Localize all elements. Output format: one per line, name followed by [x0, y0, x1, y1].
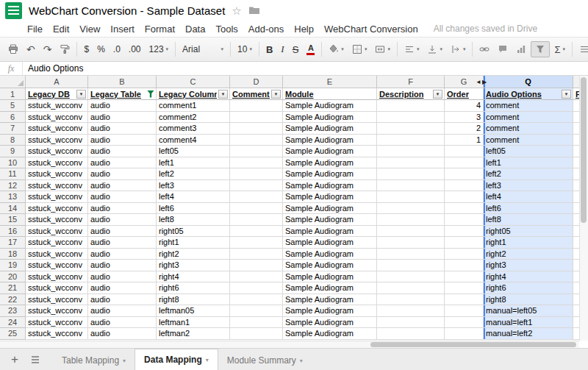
- row-header-1[interactable]: 1: [0, 88, 26, 100]
- cell-E9[interactable]: Sample Audiogram: [283, 146, 377, 157]
- cell-B14[interactable]: audio: [88, 203, 157, 215]
- cell-Q25[interactable]: manual=left2: [484, 328, 573, 340]
- cell-D5[interactable]: [230, 100, 283, 112]
- cell-C21[interactable]: right6: [157, 282, 230, 294]
- cell-A16[interactable]: sstuck_wcconv: [26, 226, 88, 238]
- cell-C25[interactable]: leftman2: [157, 328, 230, 340]
- vertical-scrollbar-thumb[interactable]: [581, 77, 587, 223]
- cell-A18[interactable]: sstuck_wcconv: [26, 249, 88, 260]
- cell-B19[interactable]: audio: [88, 260, 157, 271]
- cell-G10[interactable]: [445, 157, 484, 169]
- cell-C23[interactable]: leftman05: [157, 305, 230, 317]
- column-header-D[interactable]: D: [230, 76, 283, 88]
- decrease-decimal-button[interactable]: .0: [110, 41, 124, 57]
- cell-C19[interactable]: right3: [157, 260, 230, 271]
- cell-E25[interactable]: Sample Audiogram: [283, 328, 377, 340]
- cell-D10[interactable]: [230, 157, 283, 169]
- cell-B18[interactable]: audio: [88, 249, 157, 260]
- cell-Q12[interactable]: left3: [484, 180, 573, 192]
- cell-D15[interactable]: [230, 214, 283, 226]
- cell-F12[interactable]: [377, 180, 445, 192]
- cell-A17[interactable]: sstuck_wcconv: [26, 237, 88, 249]
- cell-Q23[interactable]: manual=left05: [484, 305, 573, 317]
- row-header-17[interactable]: 17: [0, 237, 26, 249]
- cell-G9[interactable]: [445, 146, 484, 157]
- cell-F10[interactable]: [377, 157, 445, 169]
- cell-Q6[interactable]: comment: [484, 112, 573, 124]
- cell-F15[interactable]: [377, 214, 445, 226]
- cell-A15[interactable]: sstuck_wcconv: [26, 214, 88, 226]
- bold-button[interactable]: B: [262, 41, 276, 57]
- cell-E12[interactable]: Sample Audiogram: [283, 180, 377, 192]
- text-color-button[interactable]: A: [303, 41, 318, 57]
- menu-file[interactable]: File: [22, 24, 48, 35]
- cell-F21[interactable]: [377, 282, 445, 294]
- view-options-button[interactable]: ▾: [576, 41, 588, 57]
- cell-B20[interactable]: audio: [88, 271, 157, 283]
- cell-D22[interactable]: [230, 294, 283, 306]
- cell-A20[interactable]: sstuck_wcconv: [26, 271, 88, 283]
- all-sheets-button[interactable]: [26, 352, 44, 368]
- tab-data-mapping[interactable]: Data Mapping▾: [135, 349, 218, 370]
- row-header-23[interactable]: 23: [0, 305, 26, 317]
- field-header-cell-F[interactable]: Description▼: [377, 88, 445, 100]
- cell-Q21[interactable]: right6: [484, 282, 573, 294]
- cell-B25[interactable]: audio: [88, 328, 157, 340]
- row-header-12[interactable]: 12: [0, 180, 26, 192]
- cell-C6[interactable]: comment2: [157, 112, 230, 124]
- row-header-25[interactable]: 25: [0, 328, 26, 340]
- menu-format[interactable]: Format: [140, 24, 180, 35]
- cell-A7[interactable]: sstuck_wcconv: [26, 123, 88, 135]
- menu-webchart-conversion[interactable]: WebChart Conversion: [319, 24, 423, 35]
- field-header-cell-B[interactable]: Legacy Table: [88, 88, 157, 100]
- cell-E15[interactable]: Sample Audiogram: [283, 214, 377, 226]
- cell-F16[interactable]: [377, 226, 445, 238]
- cell-E16[interactable]: Sample Audiogram: [283, 226, 377, 238]
- menu-view[interactable]: View: [74, 24, 105, 35]
- cell-D13[interactable]: [230, 191, 283, 203]
- cell-D23[interactable]: [230, 305, 283, 317]
- cell-C8[interactable]: comment4: [157, 135, 230, 146]
- cell-A6[interactable]: sstuck_wcconv: [26, 112, 88, 124]
- cell-F7[interactable]: [377, 123, 445, 135]
- cell-A23[interactable]: sstuck_wcconv: [26, 305, 88, 317]
- vertical-align-button[interactable]: ▾: [423, 41, 446, 57]
- cell-G13[interactable]: [445, 191, 484, 203]
- cell-G20[interactable]: [445, 271, 484, 283]
- cell-A12[interactable]: sstuck_wcconv: [26, 180, 88, 192]
- vertical-scrollbar[interactable]: [579, 76, 588, 341]
- cell-C9[interactable]: left05: [157, 146, 230, 157]
- cell-C15[interactable]: left8: [157, 214, 230, 226]
- text-wrap-button[interactable]: ▾: [447, 41, 470, 57]
- active-filter-icon[interactable]: [147, 90, 154, 98]
- fill-color-button[interactable]: ▾: [325, 41, 348, 57]
- cell-F18[interactable]: [377, 249, 445, 260]
- cell-A10[interactable]: sstuck_wcconv: [26, 157, 88, 169]
- cell-Q14[interactable]: left6: [484, 203, 573, 215]
- column-header-E[interactable]: E: [283, 76, 377, 88]
- filter-dropdown-button[interactable]: ▼: [218, 90, 228, 99]
- cell-E6[interactable]: Sample Audiogram: [283, 112, 377, 124]
- row-header-7[interactable]: 7: [0, 123, 26, 135]
- cell-A13[interactable]: sstuck_wcconv: [26, 191, 88, 203]
- cell-Q13[interactable]: left4: [484, 191, 573, 203]
- merge-cells-button[interactable]: ▾: [371, 41, 394, 57]
- cell-A19[interactable]: sstuck_wcconv: [26, 260, 88, 271]
- cell-Q9[interactable]: left05: [484, 146, 573, 157]
- cell-C14[interactable]: left6: [157, 203, 230, 215]
- cell-F23[interactable]: [377, 305, 445, 317]
- cell-E14[interactable]: Sample Audiogram: [283, 203, 377, 215]
- cell-Q22[interactable]: right8: [484, 294, 573, 306]
- row-header-11[interactable]: 11: [0, 168, 26, 180]
- cell-F20[interactable]: [377, 271, 445, 283]
- row-header-5[interactable]: 5: [0, 100, 26, 112]
- format-currency-button[interactable]: $: [80, 41, 93, 57]
- row-header-8[interactable]: 8: [0, 135, 26, 146]
- paint-format-button[interactable]: [56, 41, 74, 57]
- cell-B15[interactable]: audio: [88, 214, 157, 226]
- filter-dropdown-button[interactable]: ▼: [76, 90, 86, 99]
- column-header-F[interactable]: F: [377, 76, 445, 88]
- cell-A25[interactable]: sstuck_wcconv: [26, 328, 88, 340]
- row-header-20[interactable]: 20: [0, 271, 26, 283]
- menu-tools[interactable]: Tools: [210, 24, 243, 35]
